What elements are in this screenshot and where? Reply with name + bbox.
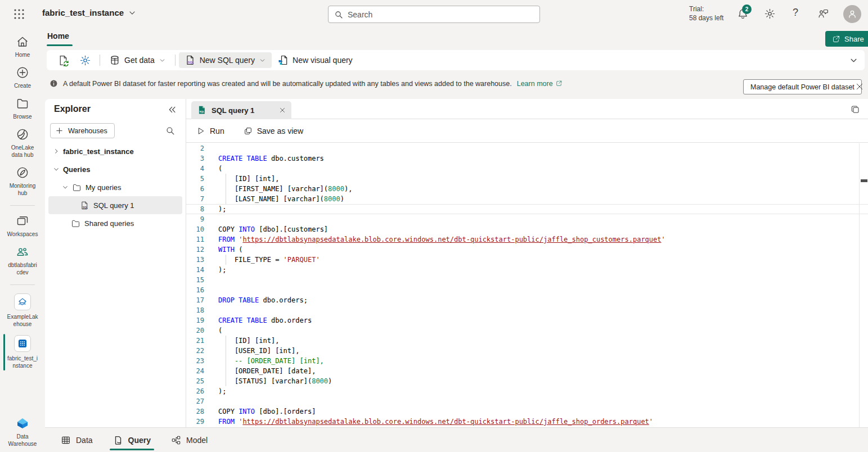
settings-gear-icon[interactable] bbox=[764, 8, 776, 20]
query-doc-icon bbox=[113, 435, 123, 445]
get-data-button[interactable]: Get data bbox=[104, 52, 172, 68]
explorer-title: Explorer bbox=[54, 104, 91, 114]
code-line-6[interactable]: 6 [FIRST_NAME] [varchar](8000), bbox=[186, 184, 868, 194]
line-number: 16 bbox=[186, 285, 204, 295]
run-button[interactable]: Run bbox=[196, 126, 224, 135]
learn-more-link[interactable]: Learn more bbox=[517, 80, 563, 88]
tree-item-fabric-test-instance[interactable]: fabric_test_instance bbox=[45, 142, 186, 160]
rail-item-create[interactable]: Create bbox=[1, 66, 44, 89]
toolbar-divider bbox=[175, 55, 176, 66]
code-line-11[interactable]: 11FROM 'https://dbtlabsynapsedatalake.bl… bbox=[186, 234, 868, 245]
code-line-14[interactable]: 14); bbox=[186, 265, 868, 275]
code-line-15[interactable]: 15 bbox=[186, 275, 868, 285]
banner-message: A default Power BI dataset for faster re… bbox=[63, 80, 512, 88]
code-line-18[interactable]: 18 bbox=[186, 305, 868, 315]
rail-item-examplelakehouse[interactable]: ExampleLakehouse bbox=[1, 293, 44, 328]
view-tab-model[interactable]: Model bbox=[167, 428, 212, 452]
code-line-8[interactable]: 8); bbox=[186, 204, 868, 214]
rail-item-workspaces[interactable]: Workspaces bbox=[1, 214, 44, 238]
folder-icon bbox=[71, 219, 80, 228]
search-icon bbox=[334, 10, 343, 19]
close-tab-icon[interactable] bbox=[279, 107, 286, 114]
view-tab-data[interactable]: Data bbox=[56, 428, 97, 452]
code-line-22[interactable]: 22 [USER_ID] [int], bbox=[186, 346, 868, 356]
manage-default-dataset-button[interactable]: Manage default Power BI dataset bbox=[743, 79, 862, 94]
explorer-search-icon[interactable] bbox=[165, 126, 175, 135]
new-refresh-doc-icon[interactable] bbox=[57, 55, 69, 66]
editor-scrollbar[interactable] bbox=[859, 143, 860, 427]
new-visual-query-button[interactable]: New visual query bbox=[272, 52, 358, 68]
waffle-menu-icon[interactable] bbox=[12, 7, 26, 21]
trial-status: Trial: 58 days left bbox=[689, 4, 723, 22]
code-line-10[interactable]: 10COPY INTO [dbo].[customers] bbox=[186, 224, 868, 234]
rail-item-data-warehouse[interactable]: DataWarehouse bbox=[1, 417, 44, 448]
rail-item-label: Home bbox=[15, 51, 30, 58]
rail-item-monitoring-hub[interactable]: Monitoringhub bbox=[1, 166, 44, 197]
view-tab-query[interactable]: Query bbox=[109, 428, 155, 452]
line-number: 26 bbox=[186, 386, 204, 396]
code-line-4[interactable]: 4( bbox=[186, 164, 868, 174]
account-avatar[interactable] bbox=[843, 5, 861, 23]
chevron-down-icon[interactable] bbox=[62, 184, 69, 191]
add-warehouses-button[interactable]: Warehouses bbox=[50, 123, 115, 138]
code-line-7[interactable]: 7 [LAST_NAME] [varchar](8000) bbox=[186, 194, 868, 204]
indent-guide bbox=[226, 255, 226, 265]
code-line-29[interactable]: 29FROM 'https://dbtlabsynapsedatalake.bl… bbox=[186, 417, 868, 427]
share-button[interactable]: Share bbox=[825, 31, 868, 47]
code-line-3[interactable]: 3CREATE TABLE dbo.customers bbox=[186, 153, 868, 164]
code-line-5[interactable]: 5 [ID] [int], bbox=[186, 174, 868, 184]
code-line-20[interactable]: 20( bbox=[186, 326, 868, 336]
tree-item-shared-queries[interactable]: Shared queries bbox=[45, 214, 186, 232]
save-as-view-button[interactable]: Save as view bbox=[244, 126, 303, 135]
home-icon bbox=[16, 35, 29, 48]
workspace-name: fabric_test_instance bbox=[42, 8, 124, 17]
code-line-25[interactable]: 25 [STATUS] [varchar](8000) bbox=[186, 376, 868, 386]
code-line-24[interactable]: 24 [ORDER_DATE] [date], bbox=[186, 366, 868, 376]
code-line-9[interactable]: 9 bbox=[186, 214, 868, 224]
rail-item-onelake-data-hub[interactable]: OneLakedata hub bbox=[1, 128, 44, 159]
workspace-switcher[interactable]: fabric_test_instance bbox=[42, 8, 136, 17]
query-tab[interactable]: SQL SQL query 1 bbox=[191, 101, 291, 119]
help-icon[interactable]: ? bbox=[793, 7, 798, 19]
code-text: [LAST_NAME] [varchar](8000) bbox=[218, 194, 344, 204]
collapse-ribbon-chevron-icon[interactable] bbox=[849, 56, 858, 65]
rail-item-fabric-test-instance[interactable]: fabric_test_instance bbox=[1, 335, 44, 369]
tree-item-my-queries[interactable]: My queries bbox=[45, 178, 186, 196]
tree-item-queries[interactable]: Queries bbox=[45, 160, 186, 178]
query-toolbar: Run Save as view bbox=[186, 120, 868, 143]
line-number: 3 bbox=[186, 153, 204, 164]
rail-item-label: Workspaces bbox=[7, 230, 38, 238]
ribbon-tab-home[interactable]: Home bbox=[47, 31, 69, 40]
code-line-16[interactable]: 16 bbox=[186, 285, 868, 295]
banner-close-icon[interactable] bbox=[855, 82, 864, 91]
warehouse-settings-icon[interactable] bbox=[79, 55, 91, 66]
code-line-23[interactable]: 23 -- [ORDER_DATE] [int], bbox=[186, 356, 868, 366]
code-line-19[interactable]: 19CREATE TABLE dbo.orders bbox=[186, 315, 868, 326]
chevron-right-icon[interactable] bbox=[53, 148, 60, 155]
code-line-17[interactable]: 17DROP TABLE dbo.orders; bbox=[186, 295, 868, 305]
line-number: 27 bbox=[186, 396, 204, 406]
explorer-panel: Explorer Warehouses fabric_test_instance… bbox=[45, 99, 186, 427]
sql-code-editor[interactable]: 23CREATE TABLE dbo.customers4(5 [ID] [in… bbox=[186, 143, 868, 427]
model-icon bbox=[171, 435, 181, 445]
feedback-icon[interactable] bbox=[817, 8, 829, 20]
code-line-12[interactable]: 12WITH ( bbox=[186, 245, 868, 255]
chevron-down-icon[interactable] bbox=[53, 166, 60, 173]
tree-item-label: SQL query 1 bbox=[93, 201, 134, 210]
code-line-26[interactable]: 26); bbox=[186, 386, 868, 396]
new-sql-query-button[interactable]: SQL New SQL query bbox=[179, 52, 272, 68]
search-input[interactable]: Search bbox=[328, 6, 540, 23]
code-line-27[interactable]: 27 bbox=[186, 396, 868, 406]
tree-item-sql-query-1[interactable]: SQLSQL query 1 bbox=[48, 196, 182, 214]
nav-rail: HomeCreateBrowseOneLakedata hubMonitorin… bbox=[0, 28, 45, 452]
code-line-28[interactable]: 28COPY INTO [dbo].[orders] bbox=[186, 406, 868, 417]
rail-item-home[interactable]: Home bbox=[1, 35, 44, 58]
rail-item-dbtlabsfabricdev[interactable]: dbtlabsfabricdev bbox=[1, 245, 44, 276]
copy-icon[interactable] bbox=[850, 105, 860, 115]
collapse-explorer-icon[interactable] bbox=[168, 105, 177, 114]
code-line-21[interactable]: 21 [ID] [int], bbox=[186, 336, 868, 346]
play-icon bbox=[196, 126, 205, 135]
code-line-13[interactable]: 13 FILE_TYPE = 'PARQUET' bbox=[186, 255, 868, 265]
code-line-2[interactable]: 2 bbox=[186, 143, 868, 153]
rail-item-browse[interactable]: Browse bbox=[1, 97, 44, 120]
